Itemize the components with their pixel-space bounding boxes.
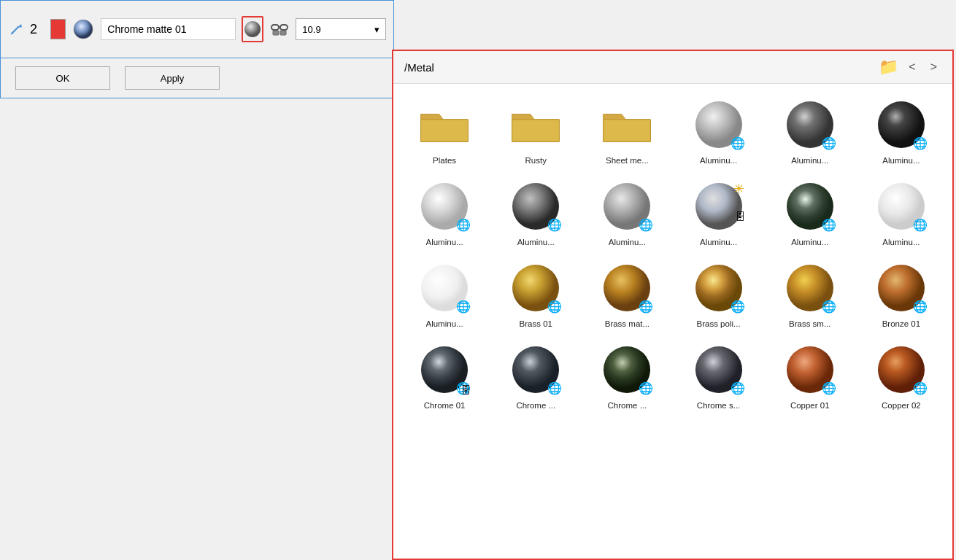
material-label-folder-sheetme: Sheet me... (606, 156, 649, 165)
material-label-brass-poli: Brass poli... (697, 319, 741, 328)
material-item-aluminum-10[interactable]: 🌐Aluminu... (401, 254, 488, 332)
database-icon: 🗄 (735, 211, 745, 222)
svg-rect-9 (280, 31, 286, 35)
material-label-chrome-s: Chrome s... (697, 401, 740, 410)
globe-icon: 🌐 (731, 381, 745, 396)
material-label-folder-plates: Plates (433, 156, 456, 165)
svg-rect-6 (280, 25, 288, 30)
pencil-icon[interactable] (8, 19, 24, 39)
material-label-aluminum-1: Aluminu... (700, 156, 737, 165)
material-thumb-brass-sm: 🌐 (781, 259, 839, 317)
svg-point-3 (74, 20, 93, 39)
material-label-chrome-02: Chrome ... (516, 401, 555, 410)
material-item-copper-02[interactable]: 🌐Copper 02 (857, 336, 945, 414)
globe-icon: 🌐 (822, 381, 836, 396)
nav-back-button[interactable]: < (904, 59, 920, 75)
color-swatch[interactable] (50, 19, 66, 39)
material-item-folder-rusty[interactable]: Rusty (492, 91, 579, 169)
globe-icon: 🌐 (456, 218, 471, 233)
material-thumb-bronze-01: 🌐 (872, 259, 930, 317)
svg-rect-12 (604, 120, 651, 142)
material-item-bronze-01[interactable]: 🌐Bronze 01 (857, 254, 945, 332)
material-label-aluminum-9: Aluminu... (882, 238, 920, 246)
browser-grid: Plates Rusty Sheet me... 🌐Aluminu... 🌐Al… (393, 84, 952, 559)
globe-icon: 🌐 (731, 136, 745, 151)
apply-button[interactable]: Apply (125, 66, 220, 90)
material-item-chrome-s[interactable]: 🌐Chrome s... (674, 336, 762, 414)
material-item-chrome-03[interactable]: 🌐Chrome ... (583, 336, 671, 414)
svg-rect-5 (271, 25, 279, 30)
globe-icon: 🌐 (913, 136, 928, 151)
svg-rect-8 (273, 31, 279, 35)
material-item-aluminum-4[interactable]: 🌐Aluminu... (401, 173, 488, 251)
svg-marker-1 (19, 24, 22, 28)
globe-icon: 🌐 (731, 300, 745, 314)
material-item-aluminum-2[interactable]: 🌐Aluminu... (766, 91, 854, 169)
ok-button[interactable]: OK (15, 66, 110, 90)
link-icon[interactable] (269, 18, 290, 41)
material-browser: /Metal 📁 < > Plates Rusty Sheet me... 🌐A… (392, 50, 954, 560)
material-label-chrome-03: Chrome ... (608, 401, 647, 410)
folder-navigate-icon[interactable]: 📁 (879, 58, 898, 77)
material-item-aluminum-8[interactable]: 🌐Aluminu... (766, 173, 854, 251)
material-item-aluminum-6[interactable]: 🌐Aluminu... (583, 173, 671, 251)
material-thumb-aluminum-4: 🌐 (415, 177, 474, 236)
material-item-folder-sheetme[interactable]: Sheet me... (583, 91, 671, 169)
material-item-copper-01[interactable]: 🌐Copper 01 (766, 336, 854, 414)
material-label-aluminum-3: Aluminu... (882, 156, 920, 165)
material-label-bronze-01: Bronze 01 (882, 319, 920, 328)
svg-point-4 (244, 21, 261, 37)
material-item-aluminum-1[interactable]: 🌐Aluminu... (674, 91, 762, 169)
material-label-aluminum-2: Aluminu... (791, 156, 828, 165)
material-item-aluminum-5[interactable]: 🌐Aluminu... (492, 173, 579, 251)
material-thumb-brass-mat: 🌐 (598, 259, 656, 317)
sphere-selector-button[interactable] (242, 16, 263, 42)
version-dropdown[interactable]: 10.9 ▾ (296, 18, 386, 40)
material-thumb-folder-rusty (506, 96, 565, 154)
material-thumb-folder-plates (415, 96, 474, 154)
nav-forward-button[interactable]: > (926, 59, 941, 75)
globe-icon: 🌐 (913, 218, 928, 233)
material-item-aluminum-3[interactable]: 🌐Aluminu... (857, 91, 945, 169)
material-label-aluminum-6: Aluminu... (609, 238, 646, 246)
globe-icon: 🌐 (639, 218, 653, 233)
material-item-brass-poli[interactable]: 🌐Brass poli... (674, 254, 762, 332)
material-thumb-chrome-03: 🌐 (598, 341, 656, 399)
version-value: 10.9 (302, 24, 320, 35)
buttons-area: OK Apply (0, 58, 394, 98)
material-thumb-folder-sheetme (598, 96, 656, 154)
globe-icon: 🌐 (547, 218, 562, 233)
material-thumb-aluminum-3: 🌐 (872, 96, 930, 154)
material-item-chrome-02[interactable]: 🌐Chrome ... (492, 336, 579, 414)
star-icon: ✳ (733, 181, 744, 197)
material-label-aluminum-8: Aluminu... (791, 238, 828, 246)
material-thumb-aluminum-1: 🌐 (690, 96, 748, 154)
material-label-copper-02: Copper 02 (882, 401, 921, 410)
material-label-folder-rusty: Rusty (525, 156, 547, 165)
material-label-aluminum-10: Aluminu... (426, 319, 463, 328)
material-thumb-aluminum-6: 🌐 (598, 177, 656, 236)
material-item-chrome-01[interactable]: 🌐🗄Chrome 01 (401, 336, 488, 414)
material-thumb-aluminum-5: 🌐 (506, 177, 565, 236)
material-name-input[interactable] (101, 18, 236, 40)
material-thumb-chrome-s: 🌐 (690, 341, 748, 399)
svg-rect-11 (512, 120, 560, 142)
material-item-folder-plates[interactable]: Plates (401, 91, 488, 169)
svg-rect-10 (421, 120, 469, 142)
material-item-aluminum-7[interactable]: ✳🗄Aluminu... (674, 173, 762, 251)
layer-number: 2 (30, 22, 45, 37)
material-ball-icon[interactable] (72, 18, 95, 41)
material-item-brass-sm[interactable]: 🌐Brass sm... (766, 254, 854, 332)
material-thumb-aluminum-9: 🌐 (872, 177, 930, 236)
material-item-aluminum-9[interactable]: 🌐Aluminu... (857, 173, 945, 251)
globe-icon: 🌐 (547, 300, 562, 314)
material-item-brass-mat[interactable]: 🌐Brass mat... (583, 254, 671, 332)
material-label-brass-01: Brass 01 (520, 319, 552, 328)
material-label-chrome-01: Chrome 01 (424, 401, 466, 410)
material-thumb-copper-02: 🌐 (872, 341, 930, 399)
globe-icon: 🌐 (822, 218, 836, 233)
material-item-brass-01[interactable]: 🌐Brass 01 (492, 254, 579, 332)
globe-icon: 🌐 (822, 136, 836, 151)
material-label-aluminum-4: Aluminu... (426, 238, 463, 246)
material-label-copper-01: Copper 01 (790, 401, 830, 410)
